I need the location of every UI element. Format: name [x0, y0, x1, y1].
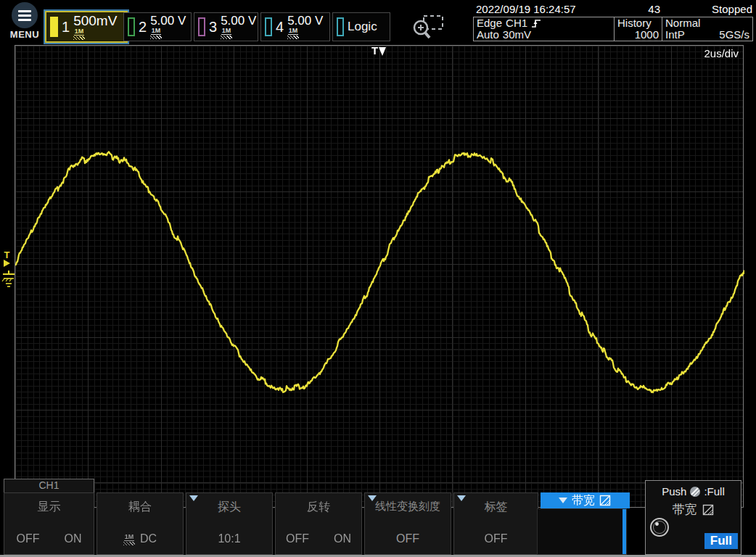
coupling-value: DC: [140, 532, 157, 545]
trigger-source: CH1: [506, 17, 527, 29]
bandwidth-knob-panel: Push :Full 带宽 Full: [645, 480, 741, 555]
waveform-display-area[interactable]: 2us/div T: [15, 45, 744, 508]
channel-menu-tab[interactable]: CH1: [4, 479, 94, 492]
oscilloscope-screen: MENU 1 500mV 1M 2 5.00 V 1M 3 5.00 V 1M: [0, 0, 756, 557]
trigger-level-marker[interactable]: T: [4, 252, 10, 267]
history-depth: 1000: [635, 29, 659, 41]
invert-on-option[interactable]: ON: [334, 532, 351, 545]
push-hint-prefix: Push: [662, 485, 686, 498]
menu-button[interactable]: MENU: [6, 2, 44, 40]
run-state: Stopped: [712, 3, 752, 15]
menu-item-display-title: 显示: [4, 500, 94, 515]
channel-1-scale: 500mV: [73, 14, 117, 28]
impedance-1m-icon: 1M: [287, 28, 299, 39]
dropdown-arrow-icon: [368, 495, 377, 501]
label-value: OFF: [485, 532, 508, 545]
impedance-1m-icon: 1M: [73, 28, 85, 40]
channel-1-number: 1: [62, 19, 70, 36]
push-hint-suffix: :Full: [704, 485, 724, 498]
trigger-level: 30mV: [503, 29, 531, 41]
channel-2-number: 2: [139, 19, 147, 36]
channel-3-scale: 5.00 V: [221, 15, 256, 27]
dropdown-scrollbar[interactable]: [623, 509, 626, 554]
menu-item-invert[interactable]: 反转 OFF ON: [275, 492, 362, 555]
menu-item-label[interactable]: 标签 OFF: [453, 492, 538, 555]
trigger-position-marker[interactable]: T: [371, 46, 386, 56]
dropdown-arrow-icon: [559, 498, 567, 503]
display-on-option[interactable]: ON: [65, 532, 82, 545]
menu-item-invert-title: 反转: [276, 500, 361, 515]
timebase-readout: 2us/div: [704, 47, 739, 59]
invert-off-option[interactable]: OFF: [286, 532, 309, 545]
channel-4-box[interactable]: 4 5.00 V 1M: [260, 12, 330, 41]
channel-4-number: 4: [276, 19, 284, 36]
channel-1-box[interactable]: 1 500mV 1M: [45, 11, 128, 43]
rising-edge-icon: [531, 18, 541, 29]
dropdown-arrow-icon: [457, 495, 466, 501]
menu-item-probe-title: 探头: [186, 500, 272, 515]
history-status[interactable]: History 1000: [614, 17, 662, 41]
menu-item-bandwidth-title: 带宽: [572, 493, 595, 508]
channel-1-ground-marker[interactable]: [1, 271, 16, 291]
menu-item-coupling[interactable]: 耦合 1M DC: [96, 492, 184, 555]
menu-item-linear-scale-title: 线性变换刻度: [365, 500, 451, 513]
logic-label: Logic: [348, 20, 377, 34]
knob-panel-title: 带宽: [673, 501, 697, 518]
probe-value: 10:1: [218, 532, 240, 545]
datetime: 2022/09/19 16:24:57: [476, 3, 576, 15]
trigger-mode: Auto: [477, 29, 499, 41]
rotary-knob[interactable]: [649, 517, 670, 540]
ground-icon: [1, 271, 16, 288]
history-label: History: [617, 17, 652, 29]
sample-rate: 5GS/s: [719, 29, 749, 41]
channel-2-color-indicator: [128, 17, 135, 36]
trigger-status[interactable]: Edge CH1 Auto 30mV: [474, 17, 614, 41]
linear-scale-value: OFF: [396, 532, 419, 545]
menu-item-coupling-title: 耦合: [97, 500, 183, 515]
zoom-search-icon: [406, 9, 448, 42]
menu-item-probe[interactable]: 探头 10:1: [186, 492, 273, 555]
channel-3-color-indicator: [198, 17, 205, 36]
channel-2-box[interactable]: 2 5.00 V 1M: [123, 12, 192, 41]
bandwidth-dropdown-panel[interactable]: [537, 508, 627, 555]
logic-channel-box[interactable]: Logic: [332, 12, 390, 41]
impedance-1m-icon: 1M: [150, 28, 162, 39]
channel-2-scale: 5.00 V: [150, 15, 186, 27]
acq-mode: Normal: [665, 17, 700, 29]
menu-item-display[interactable]: 显示 OFF ON: [4, 492, 94, 555]
hamburger-icon: [12, 2, 38, 28]
interpolation-mode: IntP: [665, 29, 685, 41]
bandwidth-filter-icon: [599, 495, 612, 506]
knob-icon: [649, 517, 670, 537]
history-count: 43: [624, 3, 660, 15]
display-off-option[interactable]: OFF: [17, 532, 40, 545]
trigger-level-arrow-icon: [4, 260, 10, 267]
waveform-canvas: [15, 46, 744, 508]
impedance-1m-icon: 1M: [123, 534, 135, 545]
logic-color-indicator: [337, 17, 344, 36]
knob-push-icon: [689, 486, 701, 498]
dropdown-arrow-icon: [189, 495, 198, 501]
channel-1-color-indicator: [50, 17, 58, 37]
impedance-1m-icon: 1M: [221, 28, 232, 39]
menu-button-label: MENU: [6, 29, 44, 40]
trigger-position-arrow-icon: [379, 47, 386, 56]
channel-3-box[interactable]: 3 5.00 V 1M: [194, 12, 258, 41]
channel-4-color-indicator: [265, 17, 272, 36]
acquisition-status-box: Edge CH1 Auto 30mV History 1000 Normal I…: [473, 17, 753, 41]
channel-3-number: 3: [209, 19, 217, 36]
menu-item-label-title: 标签: [454, 500, 538, 515]
channel-4-scale: 5.00 V: [287, 15, 323, 27]
bandwidth-value[interactable]: Full: [704, 533, 738, 549]
menu-item-bandwidth[interactable]: 带宽: [541, 492, 630, 508]
zoom-search-button[interactable]: [406, 9, 448, 45]
trigger-type: Edge: [477, 17, 502, 29]
bandwidth-filter-icon: [702, 504, 715, 516]
menu-item-linear-scale[interactable]: 线性变换刻度 OFF: [364, 492, 451, 555]
acq-mode-status[interactable]: Normal IntP 5GS/s: [662, 17, 752, 41]
